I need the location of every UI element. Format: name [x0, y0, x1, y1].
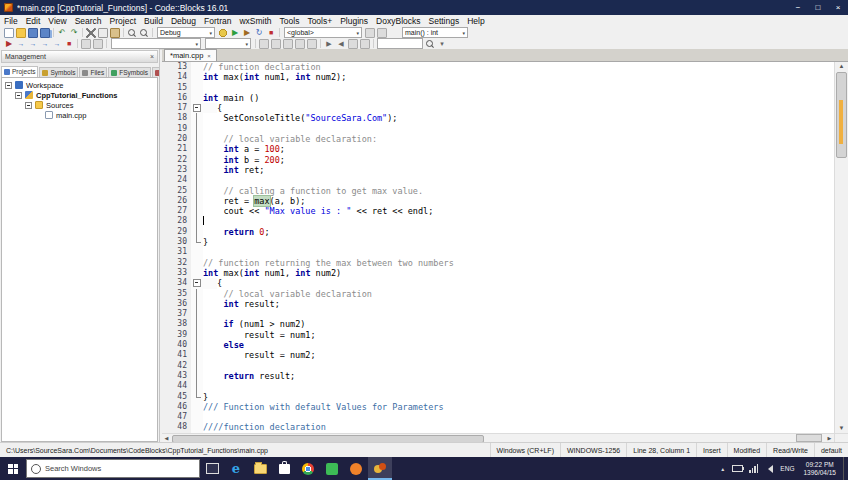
menu-item-search[interactable]: Search — [71, 16, 106, 26]
code-line-24[interactable]: 24 — [162, 175, 834, 185]
code-line-42[interactable]: 42 — [162, 361, 834, 371]
abort-icon[interactable]: ■ — [266, 28, 276, 38]
code-line-35[interactable]: 35 // local variable declaration — [162, 289, 834, 299]
search-options-icon[interactable]: ▾ — [437, 39, 447, 49]
tree-item-cpptutorial-functions[interactable]: CppTutorial_Functions — [2, 90, 157, 100]
build-and-run-icon[interactable]: ▶ — [242, 28, 252, 38]
close-button[interactable]: × — [828, 0, 848, 15]
code-line-36[interactable]: 36 int result; — [162, 299, 834, 309]
code-line-31[interactable]: 31 — [162, 247, 834, 257]
code-line-37[interactable]: 37 — [162, 309, 834, 319]
menu-item-build[interactable]: Build — [140, 16, 167, 26]
fold-collapse-icon[interactable] — [191, 278, 217, 288]
copy-icon[interactable] — [98, 28, 108, 38]
next-line-icon[interactable]: → — [28, 39, 38, 49]
code-line-41[interactable]: 41 result = num2; — [162, 350, 834, 360]
stop-debugger-icon[interactable]: ■ — [64, 39, 74, 49]
uncomment-icon[interactable] — [360, 39, 370, 49]
redo-icon[interactable]: ↷ — [69, 28, 79, 38]
save-all-icon[interactable] — [40, 28, 50, 38]
debug-continue-icon[interactable]: ▶ — [4, 39, 14, 49]
code-line-28[interactable]: 28 — [162, 216, 834, 226]
menu-item-tools[interactable]: Tools — [276, 16, 304, 26]
open-file-icon[interactable] — [16, 28, 26, 38]
tray-expand-icon[interactable]: ▴ — [716, 465, 729, 472]
fold-collapse-icon[interactable] — [191, 103, 217, 113]
code-line-45[interactable]: 45} — [162, 392, 834, 402]
tree-item-workspace[interactable]: Workspace — [2, 80, 157, 90]
volume-icon[interactable] — [764, 465, 773, 473]
taskbar-app-green[interactable] — [320, 457, 344, 480]
undo-icon[interactable]: ↶ — [57, 28, 67, 38]
taskbar-app-store[interactable] — [272, 457, 296, 480]
show-desktop-button[interactable] — [843, 457, 848, 480]
code-line-19[interactable]: 19 — [162, 124, 834, 134]
code-line-34[interactable]: 34{ — [162, 278, 834, 288]
taskbar-app-orange[interactable] — [344, 457, 368, 480]
rebuild-icon[interactable]: ↻ — [254, 28, 264, 38]
code-line-14[interactable]: 14int max(int num1, int num2); — [162, 72, 834, 82]
battery-icon[interactable] — [732, 465, 743, 472]
management-tab-fsymbols[interactable]: FSymbols — [108, 67, 151, 77]
replace-icon[interactable] — [139, 28, 149, 38]
doxyblocks-block-comment-icon[interactable] — [271, 39, 281, 49]
run-icon[interactable]: ▶ — [230, 28, 240, 38]
taskbar-app-chrome[interactable] — [296, 457, 320, 480]
various-info-icon[interactable] — [93, 39, 103, 49]
doxyblocks-view-icon[interactable] — [295, 39, 305, 49]
network-icon[interactable] — [746, 464, 761, 473]
menu-item-fortran[interactable]: Fortran — [200, 16, 235, 26]
scrollbar-grip[interactable] — [796, 434, 822, 442]
window-list-icon[interactable] — [365, 28, 375, 38]
code-line-22[interactable]: 22 int b = 200; — [162, 155, 834, 165]
taskbar-app-file-explorer[interactable] — [248, 457, 272, 480]
cut-icon[interactable] — [86, 28, 96, 38]
paste-icon[interactable] — [110, 28, 120, 38]
minimize-button[interactable]: − — [788, 0, 808, 15]
scroll-up-icon[interactable]: ▲ — [835, 62, 848, 71]
doxyblocks-extract-icon[interactable] — [259, 39, 269, 49]
code-line-48[interactable]: 48////function declaration — [162, 422, 834, 432]
code-line-25[interactable]: 25 // calling a function to get max valu… — [162, 186, 834, 196]
outdent-icon[interactable]: ◀ — [336, 39, 346, 49]
code-line-20[interactable]: 20 // local variable declaration: — [162, 134, 834, 144]
menu-item-help[interactable]: Help — [463, 16, 488, 26]
editor-lines[interactable]: 13// function declaration14int max(int n… — [162, 62, 834, 433]
menu-item-file[interactable]: File — [0, 16, 22, 26]
run-to-cursor-icon[interactable]: → — [16, 39, 26, 49]
new-file-icon[interactable] — [4, 28, 14, 38]
vertical-scrollbar[interactable]: ▲ ▼ — [834, 62, 848, 433]
code-line-13[interactable]: 13// function declaration — [162, 62, 834, 72]
code-line-44[interactable]: 44 — [162, 381, 834, 391]
maximize-button[interactable]: □ — [808, 0, 828, 15]
collapse-expander-icon[interactable] — [5, 82, 12, 89]
menu-item-settings[interactable]: Settings — [425, 16, 464, 26]
language-indicator[interactable]: ENG — [776, 465, 798, 472]
fortran-project-combo[interactable]: ▾ — [111, 38, 201, 49]
tree-item-main-cpp[interactable]: main.cpp — [2, 110, 157, 120]
menu-item-view[interactable]: View — [44, 16, 70, 26]
taskbar-app-edge[interactable]: e — [224, 457, 248, 480]
code-line-26[interactable]: 26 ret = max(a, b); — [162, 196, 834, 206]
code-line-16[interactable]: 16int main () — [162, 93, 834, 103]
menu-item-project[interactable]: Project — [106, 16, 140, 26]
code-line-30[interactable]: 30} — [162, 237, 834, 247]
management-tab-symbols[interactable]: Symbols — [39, 67, 78, 77]
doxyblocks-line-comment-icon[interactable] — [283, 39, 293, 49]
taskbar-clock[interactable]: 09:22 PM 1396/04/15 — [798, 461, 841, 476]
code-line-38[interactable]: 38 if (num1 > num2) — [162, 319, 834, 329]
find-icon[interactable] — [127, 28, 137, 38]
editor-tab-maincpp[interactable]: *main.cpp × — [164, 49, 217, 61]
doxyblocks-config-icon[interactable] — [307, 39, 317, 49]
management-close-icon[interactable]: × — [150, 53, 154, 60]
build-target-combo[interactable]: Debug ▾ — [157, 27, 215, 38]
incremental-search-input[interactable] — [377, 38, 423, 49]
code-line-46[interactable]: 46/// Function with default Values for P… — [162, 402, 834, 412]
compiler-target-combo[interactable]: <global> ▾ — [284, 27, 362, 38]
search-icon[interactable] — [425, 39, 435, 49]
tree-item-sources[interactable]: Sources — [2, 100, 157, 110]
fortran-target-combo[interactable]: ▾ — [205, 38, 251, 49]
start-button[interactable] — [0, 457, 26, 480]
management-tab-files[interactable]: Files — [79, 67, 107, 77]
symbol-browser-combo[interactable]: main() : int ▾ — [402, 27, 468, 38]
